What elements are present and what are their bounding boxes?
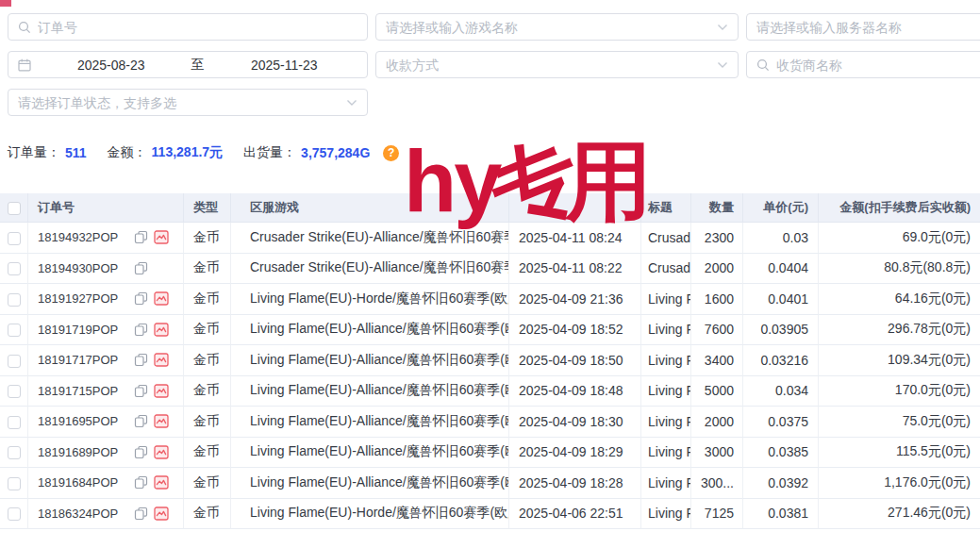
chevron-down-icon[interactable] <box>717 24 728 31</box>
server-name-input[interactable] <box>756 20 980 35</box>
table-row: 18186324POP 金币 Living Flame(EU)-Horde/魔兽… <box>0 499 980 530</box>
order-no: 18194930POP <box>38 261 118 275</box>
order-type: 金币 <box>184 315 231 346</box>
order-title: Crusader <box>641 223 691 254</box>
copy-icon[interactable] <box>134 291 148 306</box>
orders-tbody: 18194932POP 金币 Crusader Strike(EU)-Allia… <box>0 223 980 529</box>
receiver-name-input[interactable] <box>776 58 980 73</box>
order-status-input[interactable] <box>18 95 340 110</box>
image-icon[interactable] <box>154 323 169 337</box>
order-time: 2025-04-09 21:36 <box>509 284 641 315</box>
amount: 75.0元(0元) <box>819 407 980 438</box>
help-icon[interactable]: ? <box>383 145 399 161</box>
server-game: Living Flame(EU)-Alliance/魔兽怀旧60赛季(欧 <box>231 468 509 499</box>
server-game: Living Flame(EU)-Alliance/魔兽怀旧60赛季(欧 <box>231 345 509 376</box>
order-time: 2025-04-09 18:29 <box>509 438 641 469</box>
search-icon <box>756 58 770 72</box>
image-icon[interactable] <box>154 475 169 490</box>
header-time <box>509 193 641 223</box>
image-icon[interactable] <box>154 414 169 428</box>
game-name-input[interactable] <box>386 20 710 35</box>
order-type: 金币 <box>184 223 231 254</box>
quantity: 2000 <box>691 407 743 438</box>
header-title: 标题 <box>641 193 691 223</box>
date-start[interactable]: 2025-08-23 <box>38 58 185 73</box>
order-no-input[interactable] <box>38 20 357 35</box>
table-row: 18191719POP 金币 Living Flame(EU)-Alliance… <box>0 315 980 346</box>
copy-icon[interactable] <box>134 506 148 521</box>
row-checkbox[interactable] <box>8 446 21 459</box>
order-time: 2025-04-09 18:50 <box>509 345 641 376</box>
image-icon[interactable] <box>154 230 169 244</box>
receiver-name-search[interactable] <box>746 51 980 78</box>
copy-icon[interactable] <box>134 384 148 398</box>
date-separator: 至 <box>191 57 205 74</box>
chevron-down-icon[interactable] <box>717 61 728 69</box>
copy-icon[interactable] <box>134 475 148 490</box>
order-type: 金币 <box>184 468 231 499</box>
date-range-picker[interactable]: 2025-08-23 至 2025-11-23 <box>8 51 368 78</box>
order-type: 金币 <box>184 407 231 438</box>
image-icon[interactable] <box>154 384 169 398</box>
amount: 80.8元(80.8元) <box>819 254 980 285</box>
row-checkbox[interactable] <box>8 232 21 245</box>
order-time: 2025-04-06 22:51 <box>509 499 641 530</box>
row-checkbox[interactable] <box>8 416 21 429</box>
copy-icon[interactable] <box>134 230 148 244</box>
calendar-icon <box>18 58 31 72</box>
row-checkbox[interactable] <box>8 262 21 275</box>
copy-icon[interactable] <box>134 414 148 428</box>
quantity: 5000 <box>691 376 743 407</box>
server-game: Living Flame(EU)-Alliance/魔兽怀旧60赛季(欧 <box>231 407 509 438</box>
select-all-checkbox[interactable] <box>8 202 21 215</box>
row-checkbox[interactable] <box>8 385 21 398</box>
stats-bar: 订单量： 511 金额： 113,281.7元 出货量： 3,757,284G … <box>8 144 980 161</box>
order-type: 金币 <box>184 499 231 530</box>
copy-icon[interactable] <box>134 445 148 459</box>
unit-price: 0.0381 <box>743 499 819 530</box>
order-no: 18191695POP <box>38 414 118 428</box>
image-icon[interactable] <box>154 445 169 459</box>
order-time: 2025-04-09 18:30 <box>509 407 641 438</box>
payment-method-input[interactable] <box>386 58 710 73</box>
game-name-select[interactable] <box>375 13 739 41</box>
amount: 109.34元(0元) <box>819 345 980 376</box>
row-checkbox[interactable] <box>8 355 21 368</box>
row-checkbox[interactable] <box>8 507 21 521</box>
payment-method-select[interactable] <box>375 51 739 78</box>
server-game: Living Flame(EU)-Alliance/魔兽怀旧60赛季(欧 <box>231 438 509 469</box>
order-title: Living Fla <box>641 315 691 346</box>
date-end[interactable]: 2025-11-23 <box>211 58 358 73</box>
order-count-value: 511 <box>65 145 87 160</box>
image-icon[interactable] <box>154 506 169 521</box>
amount-value: 113,281.7元 <box>152 144 224 161</box>
server-game: Living Flame(EU)-Alliance/魔兽怀旧60赛季(欧 <box>231 315 509 346</box>
copy-icon[interactable] <box>134 261 148 275</box>
unit-price: 0.03 <box>743 223 819 254</box>
table-row: 18191684POP 金币 Living Flame(EU)-Alliance… <box>0 468 980 499</box>
row-checkbox[interactable] <box>8 324 21 337</box>
order-title: Living Fla <box>641 407 691 438</box>
order-title: Living Fla <box>641 345 691 376</box>
amount: 64.16元(0元) <box>819 284 980 315</box>
order-no-search[interactable] <box>8 13 368 41</box>
filter-bar: 2025-08-23 至 2025-11-23 <box>8 0 980 116</box>
server-name-search[interactable] <box>746 13 980 41</box>
table-row: 18194930POP 金币 Crusader Strike(EU)-Allia… <box>0 254 980 285</box>
quantity: 2300 <box>691 223 743 254</box>
table-row: 18191695POP 金币 Living Flame(EU)-Alliance… <box>0 407 980 438</box>
copy-icon[interactable] <box>134 323 148 337</box>
order-status-select[interactable] <box>8 89 368 116</box>
row-checkbox[interactable] <box>8 477 21 490</box>
unit-price: 0.0404 <box>743 254 819 285</box>
image-icon[interactable] <box>154 291 169 306</box>
row-checkbox[interactable] <box>8 293 21 307</box>
copy-icon[interactable] <box>134 353 148 367</box>
quantity: 7600 <box>691 315 743 346</box>
table-row: 18191715POP 金币 Living Flame(EU)-Alliance… <box>0 376 980 407</box>
image-icon[interactable] <box>154 353 169 367</box>
table-header-row: 订单号 类型 区服游戏 标题 数量 单价(元) 金额(扣手续费后实收额) <box>0 193 980 223</box>
order-no: 18191684POP <box>38 475 118 490</box>
amount: 115.5元(0元) <box>819 438 980 469</box>
chevron-down-icon[interactable] <box>346 99 357 107</box>
